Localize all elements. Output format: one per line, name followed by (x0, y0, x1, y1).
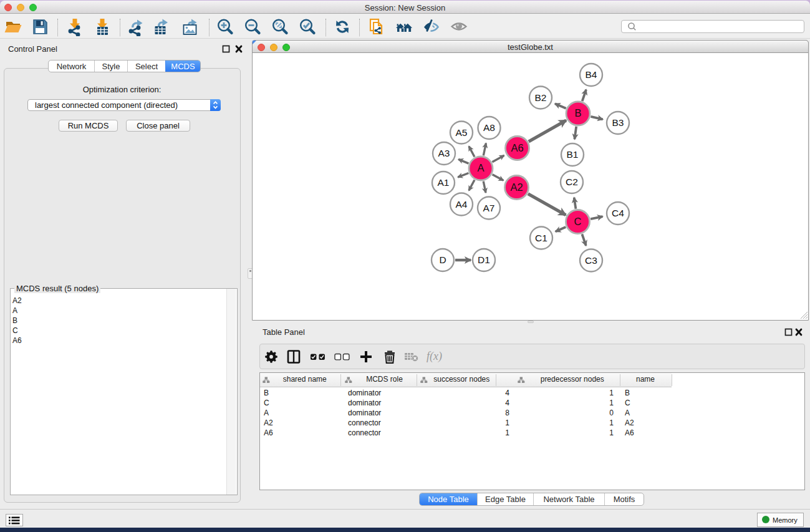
svg-text:C2: C2 (566, 177, 578, 187)
svg-text:A3: A3 (438, 148, 450, 158)
svg-text:A: A (477, 162, 484, 173)
svg-text:C1: C1 (535, 233, 547, 243)
svg-text:D: D (439, 254, 446, 265)
svg-text:B: B (574, 107, 581, 118)
svg-text:A1: A1 (438, 177, 450, 188)
svg-text:A4: A4 (456, 199, 468, 210)
svg-text:C4: C4 (612, 208, 624, 218)
svg-text:A7: A7 (483, 203, 495, 213)
svg-text:A5: A5 (456, 127, 468, 138)
svg-text:B2: B2 (535, 92, 547, 103)
svg-text:B1: B1 (567, 149, 579, 160)
svg-text:D1: D1 (478, 254, 490, 265)
svg-text:C: C (574, 216, 582, 227)
svg-text:A8: A8 (483, 122, 495, 133)
svg-text:B3: B3 (612, 117, 624, 128)
svg-text:C3: C3 (585, 255, 597, 266)
svg-text:B4: B4 (586, 69, 597, 80)
svg-text:A6: A6 (511, 142, 523, 153)
svg-text:A2: A2 (510, 181, 523, 193)
